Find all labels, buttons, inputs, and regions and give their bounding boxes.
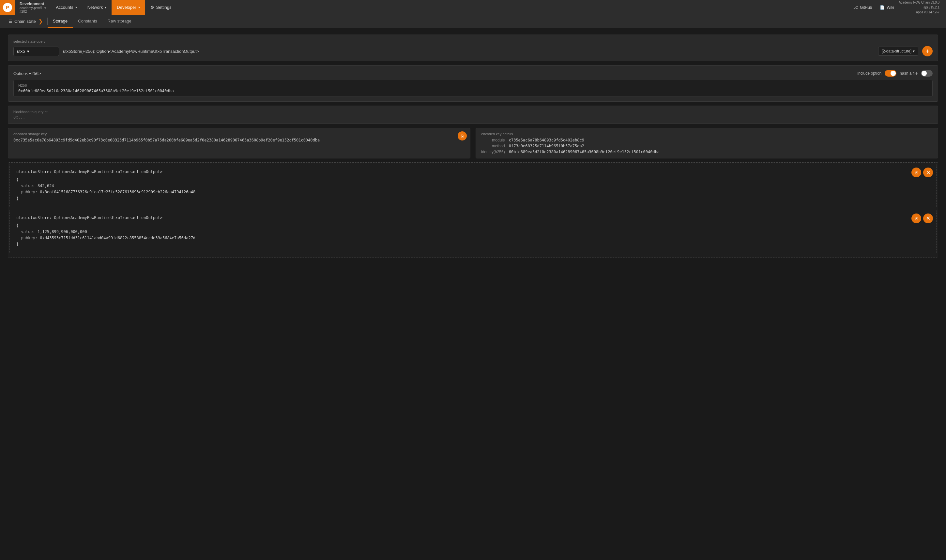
option-block: Option<H256> include option hash a file … (8, 65, 938, 102)
encoded-key-row: encoded storage key 0xc735e5ac6a78b64893… (8, 128, 938, 158)
option-toggles: include option hash a file (857, 70, 933, 77)
result-2-pubkey-label: pubkey: (16, 236, 37, 240)
close-result-2-icon: ✕ (926, 215, 931, 222)
main-content: selected state query utxo ▾ utxoStore(H2… (0, 28, 946, 264)
encoded-key-details-label: encoded key details (481, 132, 933, 136)
result-2-code: { value: 1,125,899,906,000,000 pubkey: 0… (16, 223, 930, 248)
option-header: Option<H256> include option hash a file (13, 70, 933, 77)
copy-icon: ⎘ (461, 134, 463, 138)
sub-navigation: ☰ Chain state ❯ Storage Constants Raw st… (0, 15, 946, 28)
result-item-2: utxo.utxoStore: Option<AcademyPowRuntime… (9, 210, 937, 253)
close-result-2-button[interactable]: ✕ (923, 214, 933, 223)
github-label: GitHub (860, 5, 872, 10)
network-nav[interactable]: Network ▾ (82, 0, 112, 15)
copy-result-1-icon: ⎘ (915, 170, 918, 175)
hash-file-label: hash a file (900, 71, 918, 75)
result-2-open: { (16, 223, 19, 228)
tab-constants-label: Constants (78, 18, 97, 23)
wiki-link[interactable]: 📄 Wiki (877, 0, 897, 15)
add-query-button[interactable]: + (922, 46, 933, 56)
result-2-value-label: value: (16, 229, 35, 234)
copy-encoded-key-button[interactable]: ⎘ (458, 131, 467, 140)
blockhash-value: 0x... (13, 115, 933, 120)
app-logo[interactable]: P (0, 0, 15, 15)
result-2-title: utxo.utxoStore: Option<AcademyPowRuntime… (16, 215, 930, 220)
state-query-card: selected state query utxo ▾ utxoStore(H2… (8, 35, 938, 61)
accounts-label: Accounts (56, 5, 73, 10)
state-query-label: selected state query (13, 40, 933, 43)
developer-nav[interactable]: Developer ▾ (111, 0, 145, 15)
result-1-value: 842,624 (35, 183, 54, 188)
method-value: 0f73c0e68325d7114b965f0b57a75da2 (509, 144, 933, 148)
github-icon: ⎇ (853, 5, 858, 10)
module-label: module (481, 138, 505, 142)
copy-result-2-icon: ⎘ (915, 216, 918, 221)
tab-constants[interactable]: Constants (73, 15, 102, 28)
network-chevron: ▾ (105, 6, 106, 9)
chain-block: #202 (20, 10, 27, 13)
tab-storage-label: Storage (53, 18, 68, 23)
hash-file-toggle[interactable] (921, 70, 933, 77)
chain-state-icon: ☰ (8, 19, 12, 24)
wiki-icon: 📄 (880, 5, 885, 10)
close-result-1-button[interactable]: ✕ (923, 168, 933, 177)
state-query-text: utxoStore(H256): Option<AcademyPowRuntim… (63, 49, 874, 54)
identity-label: identity(h256) (481, 149, 505, 154)
method-label: method (481, 144, 505, 148)
chain-sub: academy-pow/1 ▾ (20, 6, 46, 10)
result-1-pubkey: 0x8eaf04151687736326c9fea17e25fc52876136… (37, 190, 195, 194)
result-1-value-key: value: (16, 183, 35, 188)
option-title: Option<H256> (13, 71, 41, 76)
data-structure-button[interactable]: [2-data-structure] ▾ (878, 47, 918, 56)
chain-state-label: Chain state (14, 19, 36, 24)
result-1-code: { value: 842,624 pubkey: 0x8eaf041516877… (16, 177, 930, 202)
settings-label: Settings (156, 5, 171, 10)
copy-result-2-button[interactable]: ⎘ (911, 214, 921, 223)
h256-row: H256 0x60bfe689ea5d2f0e2380a146289067465… (13, 80, 933, 97)
top-navigation: P Development academy-pow/1 ▾ #202 Accou… (0, 0, 946, 15)
chain-name: Development (20, 2, 44, 6)
close-result-1-icon: ✕ (926, 169, 931, 176)
github-link[interactable]: ⎇ GitHub (850, 0, 875, 15)
include-option-label: include option (857, 71, 881, 75)
encoded-key-label: encoded storage key (13, 132, 465, 136)
result-2-pubkey: 0xd43593c715fdd31c61141abd04a99fd6822c85… (37, 236, 195, 240)
blockhash-card: blockhash to query at 0x... (8, 106, 938, 124)
add-icon: + (926, 48, 929, 55)
state-query-select[interactable]: utxo ▾ (13, 47, 59, 56)
encoded-key-card: encoded storage key 0xc735e5ac6a78b64893… (8, 128, 471, 158)
result-1-open: { (16, 177, 19, 182)
app-version: Academy PoW Chain v3.0.0 api v15.2.1 app… (899, 0, 942, 15)
accounts-nav[interactable]: Accounts ▾ (51, 0, 82, 15)
result-1-title: utxo.utxoStore: Option<AcademyPowRuntime… (16, 169, 930, 174)
tab-storage[interactable]: Storage (48, 15, 73, 28)
result-1-pubkey-label: pubkey: (16, 190, 37, 194)
tab-raw-storage-label: Raw storage (108, 18, 131, 23)
result-2-close: } (16, 242, 19, 246)
blockhash-label: blockhash to query at (13, 110, 933, 114)
network-label: Network (87, 5, 103, 10)
developer-label: Developer (117, 5, 136, 10)
chain-selector[interactable]: Development academy-pow/1 ▾ #202 (15, 0, 51, 15)
key-details-grid: module c735e5ac6a78b64893c9fd5d402eb8c9 … (481, 138, 933, 154)
chain-state-section[interactable]: ☰ Chain state ❯ (4, 15, 47, 28)
accounts-chevron: ▾ (76, 6, 77, 9)
wiki-label: Wiki (887, 5, 894, 10)
nav-right-actions: ⎇ GitHub 📄 Wiki Academy PoW Chain v3.0.0… (850, 0, 946, 15)
copy-result-1-button[interactable]: ⎘ (911, 168, 921, 177)
result-2-value: 1,125,899,906,000,000 (35, 229, 87, 234)
data-structure-label: [2-data-structure] (882, 49, 911, 54)
logo-icon: P (3, 3, 12, 12)
include-option-toggle[interactable] (885, 70, 897, 77)
identity-value: 60bfe689ea5d2f0e2380a146289067465a3608b9… (509, 149, 933, 154)
data-structure-chevron: ▾ (913, 49, 915, 54)
state-query-value: utxo (17, 49, 25, 54)
state-query-chevron: ▾ (27, 49, 29, 54)
encoded-key-details-card: encoded key details module c735e5ac6a78b… (475, 128, 938, 158)
module-value: c735e5ac6a78b64893c9fd5d402eb8c9 (509, 138, 933, 142)
settings-nav[interactable]: ⚙ Settings (145, 0, 177, 15)
result-item-1: utxo.utxoStore: Option<AcademyPowRuntime… (9, 164, 937, 207)
tab-raw-storage[interactable]: Raw storage (102, 15, 137, 28)
developer-chevron: ▾ (138, 6, 140, 9)
encoded-key-value: 0xc735e5ac6a78b64893c9fd5d402eb8c90f73c0… (13, 138, 465, 142)
